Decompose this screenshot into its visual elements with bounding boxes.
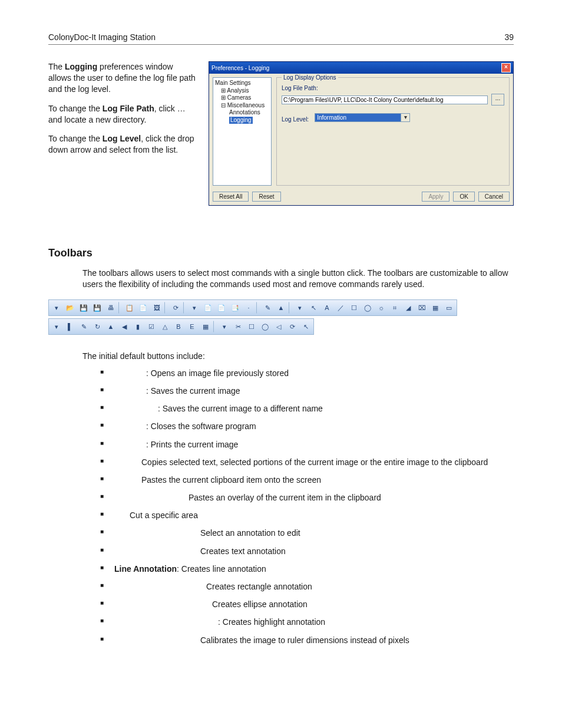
list-item: Copies selected text, selected portions … <box>100 457 514 467</box>
browse-button[interactable]: ... <box>491 94 504 106</box>
list-item: Select an annotation to edit <box>100 528 514 538</box>
toolbar-icon[interactable]: ✎ <box>78 321 90 332</box>
section-heading: Toolbars <box>48 247 514 259</box>
titlebar[interactable]: Preferences - Logging × <box>209 62 513 74</box>
toolbar-icon[interactable]: A <box>321 302 333 314</box>
toolbar-icon[interactable]: ▭ <box>443 302 455 314</box>
toolbar-icon[interactable]: ▌ <box>64 321 76 332</box>
toolbar-icon[interactable] <box>289 302 292 314</box>
toolbar-icon[interactable] <box>256 302 260 314</box>
toolbar-icon[interactable]: ▲ <box>275 302 287 314</box>
apply-button[interactable]: Apply <box>422 192 449 202</box>
toolbar-icon[interactable]: ◁ <box>273 321 285 332</box>
toolbar-icon[interactable]: 📄 <box>216 302 227 314</box>
toolbar-icon[interactable]: 💾 <box>78 302 90 314</box>
toolbar-icon[interactable]: ◯ <box>362 302 373 314</box>
toolbar-icon[interactable]: ▮ <box>132 321 144 332</box>
toolbar-icon[interactable]: ▾ <box>189 302 200 314</box>
toolbar-icon[interactable]: ▦ <box>429 302 441 314</box>
chevron-down-icon[interactable]: ▾ <box>401 114 409 121</box>
page-number: 39 <box>504 32 514 42</box>
toolbar-icon[interactable]: 🖶 <box>105 302 117 314</box>
list-item: Creates rectangle annotation <box>100 581 514 592</box>
toolbar-icon[interactable]: B <box>173 321 184 332</box>
list-item: : Closes the software program <box>100 421 514 431</box>
rule <box>48 44 514 45</box>
toolbar-icon[interactable]: 💾 <box>91 302 103 314</box>
toolbar-icon[interactable] <box>118 302 122 314</box>
toolbar-icon[interactable]: 🖼 <box>151 302 163 314</box>
initial-label: The initial default buttons include: <box>82 351 514 361</box>
ll-value: Information <box>315 114 401 121</box>
toolbar-icon[interactable]: ▦ <box>200 321 211 332</box>
lfp-label: Log File Path: <box>282 85 504 91</box>
list-item: Calibrates the image to ruler dimensions… <box>100 635 514 645</box>
tree-analysis[interactable]: Analysis <box>227 87 249 94</box>
toolbar-icon[interactable]: ◀ <box>118 321 130 332</box>
toolbar-icon[interactable]: 📋 <box>124 302 135 314</box>
toolbar-icon[interactable]: 📄 <box>202 302 214 314</box>
toolbar-icon[interactable]: ☑ <box>146 321 157 332</box>
list-item: Creates text annotation <box>100 546 514 556</box>
toolbar-icon[interactable]: ↻ <box>91 321 103 332</box>
reset-all-button[interactable]: Reset All <box>213 192 249 202</box>
list-item: Pastes an overlay of the current item in… <box>100 492 514 503</box>
toolbar-icon[interactable]: ✎ <box>262 302 273 314</box>
toolbar-icon[interactable] <box>164 302 168 314</box>
tree-cameras[interactable]: Cameras <box>227 94 252 101</box>
toolbar-screenshot: ▾📂💾💾🖶📋📄🖼⟳▾📄📄📑·✎▲▾↖A／☐◯☼⌗◢⌧▦▭ ▾▌✎↻▲◀▮☑△BE… <box>48 299 514 335</box>
list-item: : Creates highlight annotation <box>100 617 514 627</box>
list-item: Line Annotation: Creates line annotation <box>100 564 514 574</box>
tree-logging[interactable]: Logging <box>229 117 253 124</box>
toolbar-icon[interactable]: 📑 <box>229 302 241 314</box>
tree-root[interactable]: Main Settings <box>215 80 269 87</box>
window-title: Preferences - Logging <box>211 65 269 71</box>
toolbar-icon[interactable] <box>213 321 217 332</box>
reset-button[interactable]: Reset <box>252 192 280 202</box>
toolbar-icon[interactable]: ⟳ <box>286 321 298 332</box>
toolbar-icon[interactable]: ▾ <box>219 321 230 332</box>
toolbar-icon[interactable]: ⌗ <box>389 302 401 314</box>
running-header: ColonyDoc-It Imaging Station 39 <box>48 24 514 44</box>
toolbar-icon[interactable]: ◢ <box>402 302 414 314</box>
toolbar-icon[interactable]: ▲ <box>105 321 117 332</box>
tree-annotations[interactable]: Annotations <box>215 109 269 117</box>
lfp-input[interactable] <box>282 95 488 104</box>
bullet-list: : Opens an image file previously stored … <box>100 368 514 645</box>
toolbar-icon[interactable]: ↖ <box>300 321 312 332</box>
list-item: : Saves the current image <box>100 386 514 396</box>
toolbar-icon[interactable]: ⟳ <box>170 302 181 314</box>
list-item: : Prints the current image <box>100 439 514 450</box>
logging-text: The Logging preferences window allows th… <box>48 61 196 206</box>
toolbar-icon[interactable]: · <box>243 302 254 314</box>
toolbar-icon[interactable] <box>183 302 187 314</box>
toolbar-icon[interactable]: E <box>186 321 198 332</box>
ll-select[interactable]: Information ▾ <box>315 113 410 122</box>
group-label: Log Display Options <box>282 74 338 81</box>
toolbar-icon[interactable]: △ <box>159 321 171 332</box>
toolbar-row-1: ▾📂💾💾🖶📋📄🖼⟳▾📄📄📑·✎▲▾↖A／☐◯☼⌗◢⌧▦▭ <box>48 299 457 316</box>
toolbar-icon[interactable]: ☼ <box>375 302 387 314</box>
toolbar-icon[interactable]: ☐ <box>348 302 360 314</box>
toolbar-icon[interactable]: 📂 <box>64 302 76 314</box>
toolbar-icon[interactable]: ⌧ <box>416 302 428 314</box>
tree-misc[interactable]: Miscellaneous <box>227 102 265 108</box>
toolbar-icon[interactable]: ◯ <box>259 321 271 332</box>
ok-button[interactable]: OK <box>453 192 474 202</box>
toolbar-icon[interactable]: ✂ <box>232 321 244 332</box>
ll-label: Log Level: <box>282 116 309 123</box>
toolbar-icon[interactable]: ▾ <box>51 321 62 332</box>
cancel-button[interactable]: Cancel <box>478 192 510 202</box>
toolbar-row-2: ▾▌✎↻▲◀▮☑△BE▦▾✂☐◯◁⟳↖ <box>48 318 314 335</box>
list-item: : Saves the current image to a different… <box>100 403 514 414</box>
toolbar-icon[interactable]: ／ <box>335 302 346 314</box>
title-left: ColonyDoc-It Imaging Station <box>48 32 156 42</box>
close-icon[interactable]: × <box>501 63 511 73</box>
toolbar-icon[interactable]: ▾ <box>51 302 62 314</box>
toolbar-icon[interactable]: 📄 <box>137 302 149 314</box>
toolbar-icon[interactable]: ☐ <box>246 321 257 332</box>
toolbar-icon[interactable]: ▾ <box>294 302 306 314</box>
settings-tree[interactable]: Main Settings ⊞ Analysis ⊞ Cameras ⊟ Mis… <box>213 77 272 186</box>
toolbar-icon[interactable]: ↖ <box>308 302 319 314</box>
list-item: Creates ellipse annotation <box>100 599 514 610</box>
